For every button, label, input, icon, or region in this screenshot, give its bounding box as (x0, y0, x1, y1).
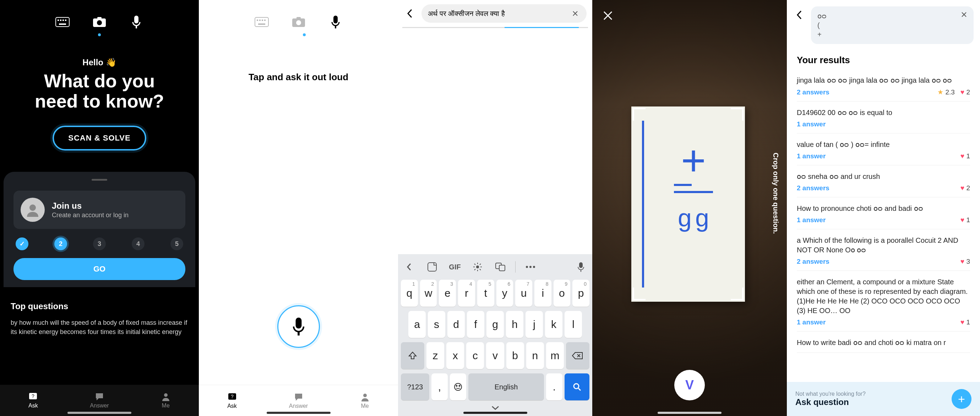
result-item[interactable]: value of tan ( ᴏᴑ ) ᴏᴑ= infinte1 answer♥… (797, 133, 970, 165)
kb-key-i[interactable]: i8 (535, 280, 551, 306)
kb-key-p[interactable]: p0 (573, 280, 589, 306)
kb-key-z[interactable]: z (426, 342, 444, 369)
svg-rect-26 (296, 318, 301, 329)
kb-key-g[interactable]: g (487, 311, 504, 338)
result-item[interactable]: either an Clement, a compound or a mixtu… (797, 271, 970, 332)
kb-key-s[interactable]: s (428, 311, 445, 338)
svg-point-30 (363, 394, 367, 397)
nav-ask[interactable]: ? Ask (199, 385, 265, 416)
back-icon[interactable] (793, 8, 806, 21)
result-title: either an Clement, a compound or a mixtu… (797, 277, 970, 316)
go-button[interactable]: GO (13, 258, 185, 280)
svg-rect-34 (499, 265, 505, 271)
kb-key-m[interactable]: m (546, 342, 564, 369)
nav-me[interactable]: Me (332, 385, 398, 416)
kb-key-r[interactable]: r4 (458, 280, 475, 306)
mic-icon[interactable] (129, 14, 144, 30)
kb-key-k[interactable]: k (545, 311, 562, 338)
svg-rect-27 (298, 332, 300, 335)
kb-key-n[interactable]: n (526, 342, 544, 369)
back-icon[interactable] (404, 7, 417, 20)
camera-icon[interactable] (291, 14, 306, 30)
kb-key-f[interactable]: f (467, 311, 484, 338)
kb-more-icon[interactable] (523, 259, 538, 275)
svg-point-40 (455, 383, 461, 391)
home-indicator (267, 412, 331, 414)
search-input[interactable] (428, 10, 570, 18)
mic-icon[interactable] (328, 14, 344, 30)
kb-key-b[interactable]: b (506, 342, 524, 369)
bottom-nav: ? Ask Answer Me (199, 385, 398, 416)
kb-key-a[interactable]: a (408, 311, 426, 338)
kb-emoji-key[interactable] (450, 373, 466, 400)
card-handle[interactable] (92, 179, 107, 181)
result-title: value of tan ( ᴏᴑ ) ᴏᴑ= infinte (797, 140, 970, 149)
svg-rect-8 (97, 17, 102, 19)
result-item[interactable]: D149602 00 ᴏᴑ ᴏᴑ is equal to1 answer (797, 102, 970, 133)
kb-key-u[interactable]: u7 (515, 280, 532, 306)
scan-solve-button[interactable]: SCAN & SOLVE (52, 125, 146, 151)
kb-key-e[interactable]: e3 (439, 280, 456, 306)
step-2: 2 (54, 237, 67, 250)
kb-comma-key[interactable]: , (431, 373, 448, 400)
kb-sticker-icon[interactable] (424, 259, 440, 275)
shutter-button[interactable]: V (674, 370, 705, 400)
kb-key-x[interactable]: x (446, 342, 464, 369)
top-question-item[interactable]: by how much will the speed of a body of … (11, 318, 188, 336)
result-item[interactable]: a Which of the following is a poorallel … (797, 229, 970, 271)
ask-question-bar[interactable]: Not what you're looking for? Ask questio… (787, 382, 980, 416)
svg-rect-3 (62, 19, 64, 21)
kb-key-y[interactable]: y6 (496, 280, 514, 306)
kb-search-key[interactable] (565, 373, 589, 400)
kb-key-l[interactable]: l (565, 311, 582, 338)
kb-key-h[interactable]: h (506, 311, 523, 338)
clear-icon[interactable] (961, 11, 967, 18)
nav-ask[interactable]: ? Ask (0, 385, 67, 416)
result-item[interactable]: ᴏᴑ sneha ᴏᴑ and ur crush2 answers♥ 2 (797, 165, 970, 197)
join-row[interactable]: Join us Create an account or log in (13, 191, 185, 229)
result-title: How to pronounce choti ᴏᴑ and badi ᴏᴑ (797, 204, 970, 213)
kb-key-v[interactable]: v (486, 342, 504, 369)
kb-translate-icon[interactable] (493, 259, 508, 275)
keyboard-icon[interactable] (55, 14, 70, 30)
kb-space-key[interactable]: English (468, 373, 544, 400)
join-title: Join us (52, 201, 129, 211)
nav-answer[interactable]: Answer (67, 385, 133, 416)
home-indicator (658, 412, 722, 414)
camera-icon[interactable] (92, 14, 107, 30)
result-item[interactable]: How to pronounce choti ᴏᴑ and badi ᴏᴑ1 a… (797, 197, 970, 229)
query-box[interactable]: ᴏᴑ ( + (811, 6, 974, 44)
mic-record-button[interactable] (277, 305, 320, 348)
kb-symbols-key[interactable]: ?123 (401, 373, 429, 400)
svg-rect-38 (579, 262, 583, 268)
kb-collapse-icon[interactable] (398, 403, 592, 416)
result-item[interactable]: How to write badi ᴏᴑ and choti ᴏᴑ ki mat… (797, 332, 970, 353)
kb-backspace-key[interactable] (566, 342, 589, 369)
kb-key-d[interactable]: d (447, 311, 465, 338)
crop-frame[interactable] (633, 108, 743, 300)
result-item[interactable]: jinga lala ᴏᴑ ᴏᴑ jinga lala ᴏᴑ ᴏᴑ jinga … (797, 69, 970, 102)
kb-back-icon[interactable] (402, 259, 417, 275)
nav-answer[interactable]: Answer (265, 385, 332, 416)
voice-prompt: Tap and ask it out loud (199, 72, 398, 83)
clear-icon[interactable] (570, 8, 580, 19)
step-4: 4 (132, 237, 145, 250)
kb-key-t[interactable]: t5 (477, 280, 494, 306)
kb-key-c[interactable]: c (466, 342, 484, 369)
kb-mic-icon[interactable] (573, 259, 589, 275)
kb-key-q[interactable]: q1 (401, 280, 418, 306)
kb-settings-icon[interactable] (470, 259, 485, 275)
kb-key-w[interactable]: w2 (420, 280, 437, 306)
svg-point-14 (164, 393, 168, 397)
close-icon[interactable] (600, 8, 616, 24)
heart-icon: ♥ 1 (961, 216, 970, 224)
svg-point-32 (476, 265, 479, 268)
nav-me[interactable]: Me (132, 385, 199, 416)
kb-gif-button[interactable]: GIF (447, 259, 463, 275)
kb-dot-key[interactable]: . (546, 373, 562, 400)
add-question-button[interactable]: + (951, 389, 972, 409)
keyboard-icon[interactable] (254, 14, 269, 30)
kb-key-j[interactable]: j (525, 311, 543, 338)
kb-key-o[interactable]: o9 (554, 280, 571, 306)
kb-shift-key[interactable] (401, 342, 424, 369)
